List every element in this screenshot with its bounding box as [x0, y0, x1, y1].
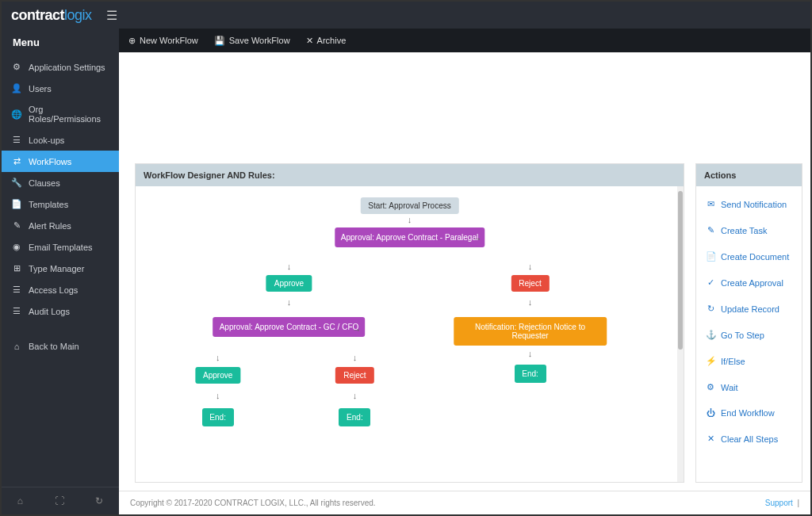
refresh-icon: ↻ [706, 304, 715, 314]
sidebar-item-email-templates[interactable]: ◉ Email Templates [2, 236, 119, 258]
scrollbar-thumb[interactable] [678, 191, 683, 350]
node-start[interactable]: Start: Approval Process [360, 197, 459, 214]
fullscreen-icon[interactable]: ⛶ [55, 495, 64, 506]
node-end-2[interactable]: End: [339, 408, 370, 426]
sidebar-item-workflows[interactable]: ⇄ WorkFlows [2, 151, 119, 172]
arrow-down-icon: ↓ [528, 297, 533, 307]
bolt-icon: ⚡ [706, 356, 715, 366]
action-update-record[interactable]: ↻ Update Record [696, 296, 802, 322]
sidebar-item-alert-rules[interactable]: ✎ Alert Rules [2, 215, 119, 236]
action-label: Create Approval [721, 278, 783, 288]
brand-logo: contractlogix [11, 7, 92, 24]
arrow-right-icon: → [352, 325, 361, 334]
sidebar-item-org-roles[interactable]: 🌐 Org Roles/Permissions [2, 99, 119, 129]
sidebar-title: Menu [2, 29, 119, 56]
arrow-down-icon: ↓ [287, 262, 292, 271]
sidebar-item-label: Users [29, 84, 52, 94]
action-label: Go To Step [721, 331, 764, 340]
toolbar-label: Save WorkFlow [229, 36, 290, 45]
at-icon: ◉ [11, 242, 22, 252]
arrow-down-icon: ↓ [287, 297, 292, 307]
action-if-else[interactable]: ⚡ If/Else [696, 348, 802, 374]
node-approval-paralegal[interactable]: Approval: Approve Contract - Paralegal [335, 227, 485, 247]
pencil-icon: ✎ [706, 225, 715, 235]
sidebar-item-clauses[interactable]: 🔧 Clauses [2, 172, 119, 193]
gear-icon: ⚙ [706, 382, 715, 392]
edit-icon: ✎ [11, 220, 22, 231]
hamburger-icon[interactable]: ☰ [106, 8, 117, 23]
arrow-down-icon: ↓ [353, 353, 358, 362]
sidebar-item-label: Type Manager [29, 264, 84, 273]
action-label: End Workflow [721, 408, 775, 418]
anchor-icon: ⚓ [706, 330, 715, 340]
list-icon: ☰ [11, 135, 22, 145]
arrow-down-icon: ↓ [353, 391, 358, 400]
grid-icon: ⊞ [11, 263, 22, 273]
action-create-approval[interactable]: ✓ Create Approval [696, 269, 802, 296]
sidebar-item-label: Audit Logs [29, 307, 70, 316]
footer: Copyright © 2017-2020 CONTRACT LOGIX, LL… [119, 491, 810, 514]
sidebar-item-back-to-main[interactable]: ⌂ Back to Main [2, 336, 119, 357]
node-reject-1[interactable]: Reject [511, 275, 549, 292]
workflow-icon: ⇄ [11, 156, 22, 166]
action-label: Send Notification [721, 200, 787, 209]
actions-title: Actions [696, 164, 802, 186]
action-wait[interactable]: ⚙ Wait [696, 374, 802, 400]
arrow-right-icon: → [473, 234, 482, 243]
save-workflow-button[interactable]: 💾 Save WorkFlow [214, 36, 290, 46]
sidebar-item-label: Alert Rules [29, 221, 71, 231]
sidebar-item-access-logs[interactable]: ☰ Access Logs [2, 279, 119, 300]
archive-button[interactable]: ✕ Archive [306, 36, 347, 46]
toolbar: ⊕ New WorkFlow 💾 Save WorkFlow ✕ Archive [119, 29, 810, 52]
action-goto-step[interactable]: ⚓ Go To Step [696, 322, 802, 348]
arrow-down-icon: ↓ [528, 349, 533, 358]
wrench-icon: 🔧 [11, 178, 22, 188]
action-label: Wait [721, 383, 738, 392]
sidebar-item-label: Application Settings [29, 63, 105, 72]
sidebar-item-label: Look-ups [29, 136, 64, 145]
action-create-task[interactable]: ✎ Create Task [696, 217, 802, 243]
plus-circle-icon: ⊕ [128, 36, 136, 46]
check-icon: ✓ [706, 277, 715, 288]
sidebar-item-users[interactable]: 👤 Users [2, 78, 119, 99]
action-create-document[interactable]: 📄 Create Document [696, 243, 802, 269]
refresh-icon[interactable]: ↻ [95, 495, 103, 506]
sidebar-item-label: Templates [29, 200, 68, 209]
arrow-down-icon: ↓ [216, 391, 220, 400]
sidebar-footer: ⌂ ⛶ ↻ [2, 487, 119, 514]
action-clear-all-steps[interactable]: ✕ Clear All Steps [696, 426, 802, 452]
sidebar-item-lookups[interactable]: ☰ Look-ups [2, 129, 119, 151]
action-label: Create Document [721, 252, 789, 262]
new-workflow-button[interactable]: ⊕ New WorkFlow [128, 36, 198, 46]
power-icon: ⏻ [706, 408, 715, 418]
document-icon: 📄 [706, 251, 715, 262]
node-reject-2[interactable]: Reject [335, 367, 373, 384]
sidebar-item-templates[interactable]: 📄 Templates [2, 193, 119, 215]
node-end-1[interactable]: End: [202, 408, 234, 426]
sidebar-item-label: Clauses [29, 178, 60, 188]
footer-copyright: Copyright © 2017-2020 CONTRACT LOGIX, LL… [130, 499, 376, 507]
home-footer-icon[interactable]: ⌂ [17, 495, 23, 506]
node-notification-rejection[interactable]: Notification: Rejection Notice to Reques… [454, 317, 607, 346]
action-send-notification[interactable]: ✉ Send Notification [696, 191, 802, 217]
arrow-down-icon: ↓ [408, 215, 412, 224]
scrollbar[interactable] [677, 186, 684, 482]
action-end-workflow[interactable]: ⏻ End Workflow [696, 400, 802, 426]
sidebar-item-audit-logs[interactable]: ☰ Audit Logs [2, 300, 119, 322]
sidebar-item-label: Email Templates [29, 243, 93, 252]
save-icon: 💾 [214, 36, 225, 46]
topbar: contractlogix ☰ [2, 2, 810, 29]
node-approval-gc-cfo[interactable]: Approval: Approve Contract - GC / CFO [213, 317, 366, 337]
designer-title: WorkFlow Designer AND Rules: [136, 164, 684, 186]
close-icon: ✕ [706, 434, 715, 444]
list-icon: ☰ [11, 285, 22, 295]
node-end-3[interactable]: End: [515, 365, 546, 383]
sidebar-item-type-manager[interactable]: ⊞ Type Manager [2, 258, 119, 279]
node-approve-1[interactable]: Approve [266, 275, 312, 292]
workflow-canvas[interactable]: Start: Approval Process ↓ ← Approval: Ap… [136, 186, 684, 482]
node-approve-2[interactable]: Approve [195, 367, 240, 384]
footer-support-link[interactable]: Support [765, 499, 793, 507]
sidebar-item-app-settings[interactable]: ⚙ Application Settings [2, 56, 119, 78]
sidebar-item-label: Access Logs [29, 285, 78, 295]
gear-icon: ⚙ [11, 62, 22, 72]
